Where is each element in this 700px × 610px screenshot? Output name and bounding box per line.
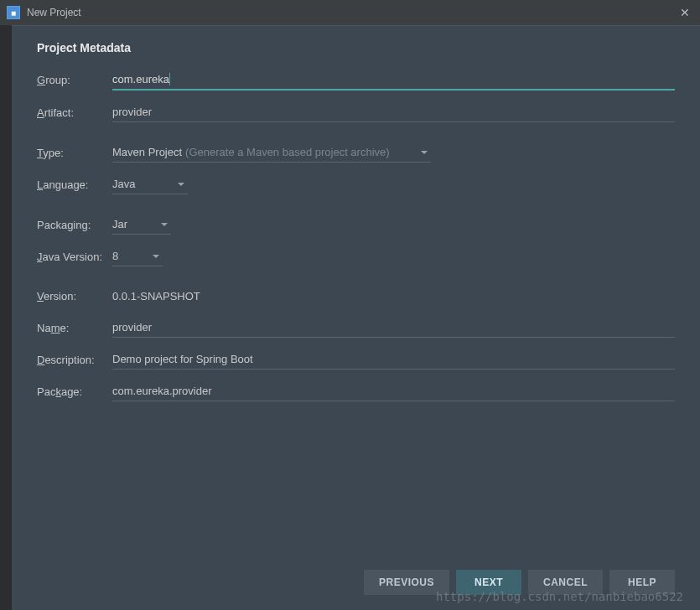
language-dropdown[interactable]: Java — [112, 174, 188, 194]
window-title: New Project — [27, 7, 677, 18]
button-bar: PREVIOUS NEXT CANCEL HELP — [364, 570, 675, 595]
name-input[interactable]: provider — [112, 318, 675, 338]
package-input[interactable]: com.eureka.provider — [112, 381, 675, 401]
dialog-body: Project Metadata Group: com.eureka Artif… — [12, 25, 700, 610]
help-button[interactable]: HELP — [609, 570, 675, 595]
description-input[interactable]: Demo project for Spring Boot — [112, 349, 675, 370]
package-label: Package: — [37, 385, 112, 398]
next-button[interactable]: NEXT — [456, 570, 521, 595]
version-value: 0.0.1-SNAPSHOT — [112, 287, 200, 306]
previous-button[interactable]: PREVIOUS — [364, 570, 449, 595]
java-version-label: Java Version: — [37, 251, 112, 263]
package-row: Package: com.eureka.provider — [37, 381, 675, 401]
packaging-dropdown[interactable]: Jar — [112, 215, 171, 235]
language-label: Language: — [37, 178, 112, 191]
type-label: Type: — [37, 147, 112, 159]
packaging-label: Packaging: — [37, 219, 112, 231]
type-dropdown[interactable]: Maven Project (Generate a Maven based pr… — [112, 142, 431, 163]
language-row: Language: Java — [37, 174, 675, 194]
packaging-row: Packaging: Jar — [37, 215, 675, 235]
section-title: Project Metadata — [37, 41, 675, 54]
version-label: Version: — [37, 290, 112, 302]
java-version-row: Java Version: 8 — [37, 246, 675, 266]
group-input[interactable]: com.eureka — [112, 70, 675, 90]
type-row: Type: Maven Project (Generate a Maven ba… — [37, 142, 675, 163]
version-row: Version: 0.0.1-SNAPSHOT — [37, 287, 675, 306]
artifact-input[interactable]: provider — [112, 102, 675, 122]
artifact-label: Artifact: — [37, 106, 112, 119]
cancel-button[interactable]: CANCEL — [528, 570, 603, 595]
close-icon[interactable]: ✕ — [677, 4, 693, 21]
artifact-row: Artifact: provider — [37, 102, 675, 122]
java-version-dropdown[interactable]: 8 — [112, 246, 163, 266]
chevron-down-icon — [161, 223, 168, 226]
description-row: Description: Demo project for Spring Boo… — [37, 349, 675, 370]
titlebar: ■ New Project ✕ — [0, 0, 700, 25]
chevron-down-icon — [421, 151, 428, 154]
name-row: Name: provider — [37, 318, 675, 338]
group-label: Group: — [37, 74, 112, 86]
chevron-down-icon — [153, 255, 159, 258]
group-row: Group: com.eureka — [37, 70, 675, 90]
chevron-down-icon — [178, 183, 184, 186]
name-label: Name: — [37, 322, 112, 334]
left-gutter — [0, 25, 12, 610]
app-icon: ■ — [7, 6, 20, 19]
description-label: Description: — [37, 354, 112, 366]
